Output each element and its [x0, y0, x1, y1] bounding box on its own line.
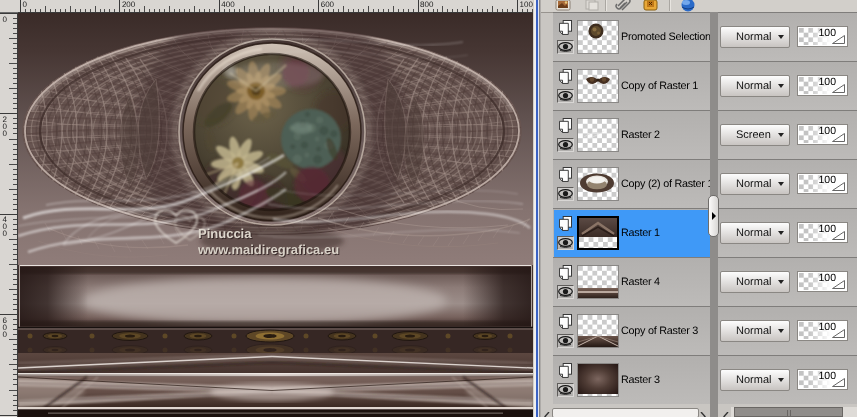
svg-text:0: 0: [23, 0, 28, 9]
svg-text:0: 0: [3, 15, 8, 24]
svg-text:0: 0: [3, 129, 8, 138]
svg-text:0: 0: [3, 330, 8, 339]
svg-text:400: 400: [221, 0, 235, 9]
svg-text:800: 800: [420, 0, 434, 9]
svg-text:0: 0: [3, 229, 8, 238]
svg-text:200: 200: [122, 0, 136, 9]
svg-text:1000: 1000: [520, 0, 534, 9]
svg-text:600: 600: [321, 0, 335, 9]
svg-text:www.maidiregrafica.eu: www.maidiregrafica.eu: [197, 242, 339, 257]
svg-text:Pinuccia: Pinuccia: [198, 226, 252, 241]
